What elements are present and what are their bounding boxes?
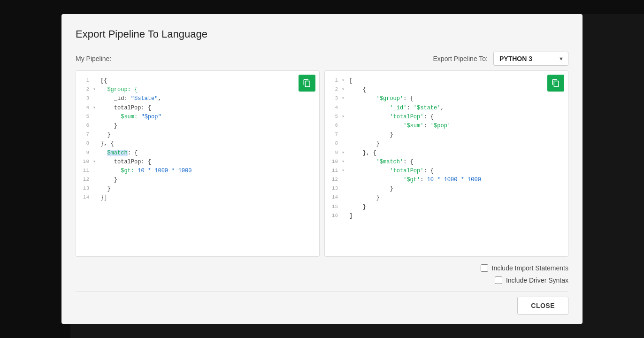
code-line: 7 } (80, 131, 315, 139)
code-line: 5▾ 'totalPop': { (329, 113, 564, 122)
language-select[interactable]: PYTHON 3 JAVA C# NODE (493, 52, 568, 66)
dialog-footer: CLOSE (76, 292, 568, 315)
right-code-content: 1▾[ 2▾ { 3▾ '$group': { 4 '_id': '$state… (325, 71, 568, 256)
driver-syntax-checkbox[interactable] (495, 277, 502, 284)
code-line: 16 ] (329, 212, 564, 221)
language-select-wrapper[interactable]: PYTHON 3 JAVA C# NODE (493, 52, 568, 66)
code-line: 6 '$sum': '$pop' (329, 122, 564, 131)
code-line: 3▾ '$group': { (329, 94, 564, 103)
import-statements-label[interactable]: Include Import Statements (492, 264, 568, 272)
code-line: 12 '$gt': 10 * 1000 * 1000 (329, 176, 564, 184)
options-row: Include Import Statements Include Driver… (76, 264, 568, 284)
left-code-panel: 1 [{ 2▾ $group: { 3 _id: "$state", 4▾ to… (76, 70, 320, 257)
code-line: 7 } (329, 131, 564, 139)
left-code-content: 1 [{ 2▾ $group: { 3 _id: "$state", 4▾ to… (76, 71, 319, 256)
code-line: 2▾ $group: { (80, 85, 315, 94)
code-line: 1 [{ (80, 77, 315, 85)
code-line: 8 } (329, 139, 564, 148)
code-line: 13 } (80, 184, 315, 193)
code-line: 10▾ totalPop: { (80, 158, 315, 167)
code-line: 4▾ totalPop: { (80, 104, 315, 113)
code-line: 6 } (80, 122, 315, 131)
code-line: 14 } (329, 193, 564, 202)
code-line: 11▾ 'totalPop': { (329, 167, 564, 176)
code-panels: 1 [{ 2▾ $group: { 3 _id: "$state", 4▾ to… (76, 70, 568, 257)
code-line: 13 } (329, 184, 564, 193)
code-line: 10▾ '$match': { (329, 158, 564, 167)
import-statements-option: Include Import Statements (481, 264, 568, 272)
copy-left-button[interactable] (299, 75, 315, 92)
close-button[interactable]: CLOSE (517, 297, 568, 315)
code-line: 9▾ }, { (329, 149, 564, 158)
code-line: 3 _id: "$state", (80, 94, 315, 103)
export-dialog: Export Pipeline To Language My Pipeline:… (61, 14, 583, 324)
code-line: 4 '_id': '$state', (329, 104, 564, 113)
code-line: 14 }] (80, 193, 315, 202)
driver-syntax-label[interactable]: Include Driver Syntax (506, 277, 568, 284)
right-code-panel: 1▾[ 2▾ { 3▾ '$group': { 4 '_id': '$state… (324, 70, 568, 257)
export-target-label: Export Pipeline To: (433, 55, 488, 62)
code-line: 5 $sum: "$pop" (80, 113, 315, 122)
code-line: 11 $gt: 10 * 1000 * 1000 (80, 167, 315, 176)
code-line: 9 $match: { (80, 149, 315, 158)
code-line: 1▾[ (329, 77, 564, 85)
export-target-row: Export Pipeline To: PYTHON 3 JAVA C# NOD… (433, 52, 568, 66)
driver-syntax-option: Include Driver Syntax (495, 277, 568, 284)
dialog-title: Export Pipeline To Language (76, 28, 568, 40)
code-line: 15 } (329, 203, 564, 212)
copy-right-button[interactable] (547, 75, 564, 92)
code-line: 12 } (80, 176, 315, 184)
import-statements-checkbox[interactable] (481, 264, 488, 272)
code-line: 2▾ { (329, 85, 564, 94)
pipeline-label: My Pipeline: (76, 55, 111, 62)
code-line: 8 }, { (80, 139, 315, 148)
